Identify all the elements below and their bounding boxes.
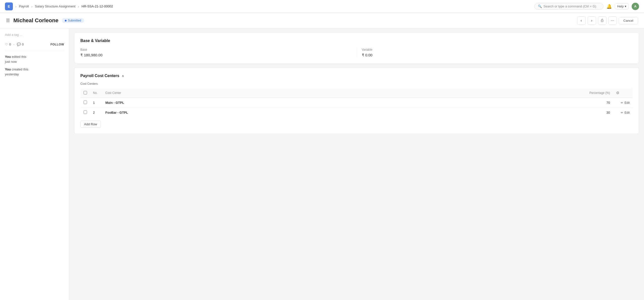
- row2-cost-center: FooBar - GTPL: [102, 108, 367, 118]
- table-row: 2 FooBar - GTPL 30 ✏ Edit: [80, 108, 633, 118]
- menu-icon[interactable]: ☰: [6, 18, 10, 23]
- row2-edit-cell: ✏ Edit: [613, 108, 633, 118]
- main-layout: Add a tag ... ♡ 0 · 💬 0 FOLLOW You edite…: [0, 28, 644, 300]
- select-all-checkbox[interactable]: [84, 91, 87, 94]
- row1-no: 1: [90, 98, 102, 108]
- variable-field-group: Variable ₹ 0.00: [356, 48, 633, 57]
- table-row: 1 Main - GTPL 70 ✏ Edit: [80, 98, 633, 108]
- avatar[interactable]: A: [632, 3, 639, 10]
- row1-percentage: 70: [367, 98, 613, 108]
- sidebar-stats: ♡ 0 · 💬 0 FOLLOW: [5, 42, 64, 46]
- breadcrumb-salary-structure[interactable]: Salary Structure Assignment: [35, 4, 76, 8]
- table-header-row: No. Cost Center Percentage (%) ⚙: [80, 88, 633, 98]
- heart-icon: ♡: [5, 42, 8, 46]
- activity-actor-2: You: [5, 67, 11, 71]
- add-tag-label[interactable]: Add a tag ...: [5, 33, 64, 36]
- page-header: ☰ Micheal Corleone Submitted ‹ › ⎙ ··· C…: [0, 13, 644, 28]
- activity-item-2: You created this yesterday: [5, 67, 64, 77]
- page-header-right: ‹ › ⎙ ··· Cancel: [577, 16, 638, 25]
- base-variable-title: Base & Variable: [80, 38, 633, 43]
- breadcrumb-sep-1: ›: [15, 4, 16, 8]
- topbar-left: E › Payroll › Salary Structure Assignmen…: [5, 2, 113, 10]
- activity-item-1: You edited this just now: [5, 54, 64, 64]
- payroll-cost-centers-card: Payroll Cost Centers ∧ Cost Centers No. …: [74, 67, 639, 134]
- status-badge: Submitted: [62, 18, 84, 23]
- header-cost-center: Cost Center: [102, 88, 367, 98]
- topbar-right: 🔍 Search or type a command (Ctrl + G) 🔔 …: [534, 3, 639, 10]
- row2-edit-button[interactable]: ✏ Edit: [616, 111, 630, 114]
- header-no: No.: [90, 88, 102, 98]
- activity-time-2: yesterday: [5, 72, 19, 76]
- sidebar: Add a tag ... ♡ 0 · 💬 0 FOLLOW You edite…: [0, 28, 69, 300]
- next-button[interactable]: ›: [588, 16, 596, 25]
- follow-button[interactable]: FOLLOW: [50, 43, 64, 46]
- header-percentage: Percentage (%): [367, 88, 613, 98]
- likes-count: 0: [9, 42, 11, 46]
- sidebar-divider: [5, 51, 64, 51]
- base-variable-fields: Base ₹ 180,980.00 Variable ₹ 0.00: [80, 48, 633, 57]
- status-dot: [65, 20, 66, 21]
- help-button[interactable]: Help ▾: [615, 3, 629, 9]
- content-area: Base & Variable Base ₹ 180,980.00 Variab…: [69, 28, 644, 300]
- base-field-group: Base ₹ 180,980.00: [80, 48, 352, 57]
- comments-count: 0: [22, 42, 24, 46]
- notification-bell-icon[interactable]: 🔔: [606, 4, 612, 9]
- activity-actor-1: You: [5, 55, 11, 58]
- base-label: Base: [80, 48, 352, 51]
- row1-edit-cell: ✏ Edit: [613, 98, 633, 108]
- cancel-button[interactable]: Cancel: [619, 17, 638, 24]
- more-options-button[interactable]: ···: [608, 16, 617, 25]
- app-icon[interactable]: E: [5, 2, 13, 10]
- header-checkbox-cell: [80, 88, 90, 98]
- settings-icon[interactable]: ⚙: [616, 91, 619, 95]
- variable-value: ₹ 0.00: [362, 53, 633, 57]
- row1-edit-label: Edit: [624, 101, 630, 104]
- breadcrumb-sep-3: ›: [78, 4, 79, 8]
- variable-label: Variable: [362, 48, 633, 51]
- activity-time-1: just now: [5, 60, 17, 63]
- stat-separator: ·: [13, 42, 14, 46]
- row1-checkbox[interactable]: [84, 101, 87, 104]
- row2-edit-label: Edit: [624, 111, 630, 114]
- row1-checkbox-cell: [80, 98, 90, 108]
- row2-checkbox[interactable]: [84, 110, 87, 114]
- chevron-up-icon[interactable]: ∧: [122, 74, 124, 78]
- base-variable-card: Base & Variable Base ₹ 180,980.00 Variab…: [74, 32, 639, 63]
- comment-icon: 💬: [17, 42, 21, 46]
- page-header-left: ☰ Micheal Corleone Submitted: [6, 17, 84, 24]
- edit-pencil-icon-2: ✏: [621, 111, 623, 114]
- search-placeholder-text: Search or type a command (Ctrl + G): [543, 4, 596, 8]
- breadcrumb-sep-2: ›: [31, 4, 32, 8]
- breadcrumb-doc-id: HR-SSA-21-12-00002: [82, 4, 113, 8]
- status-label: Submitted: [68, 19, 81, 22]
- cost-centers-header: Payroll Cost Centers ∧: [80, 74, 633, 78]
- row1-edit-button[interactable]: ✏ Edit: [616, 101, 630, 104]
- search-box[interactable]: 🔍 Search or type a command (Ctrl + G): [534, 3, 604, 10]
- activity-action-2: created this: [12, 67, 28, 71]
- base-value: ₹ 180,980.00: [80, 53, 352, 57]
- chevron-down-icon: ▾: [625, 4, 626, 8]
- row2-no: 2: [90, 108, 102, 118]
- breadcrumb-payroll[interactable]: Payroll: [19, 4, 29, 8]
- print-button[interactable]: ⎙: [598, 16, 606, 25]
- row2-checkbox-cell: [80, 108, 90, 118]
- page-title: Micheal Corleone: [13, 17, 58, 24]
- help-label: Help: [617, 4, 624, 8]
- likes-stat[interactable]: ♡ 0: [5, 42, 11, 46]
- row1-cost-center: Main - GTPL: [102, 98, 367, 108]
- cost-centers-title: Payroll Cost Centers: [80, 74, 119, 78]
- prev-button[interactable]: ‹: [577, 16, 586, 25]
- cost-centers-table: No. Cost Center Percentage (%) ⚙ 1: [80, 88, 633, 118]
- cost-centers-subsection-label: Cost Centers: [80, 82, 633, 85]
- search-icon: 🔍: [538, 4, 542, 8]
- edit-pencil-icon-1: ✏: [621, 101, 623, 104]
- row2-percentage: 30: [367, 108, 613, 118]
- add-row-button[interactable]: Add Row: [80, 121, 101, 128]
- activity-action-1: edited this: [12, 55, 26, 58]
- cost-centers-tbody: 1 Main - GTPL 70 ✏ Edit: [80, 98, 633, 118]
- comments-stat[interactable]: 💬 0: [17, 42, 24, 46]
- topbar: E › Payroll › Salary Structure Assignmen…: [0, 0, 644, 13]
- header-settings: ⚙: [613, 88, 633, 98]
